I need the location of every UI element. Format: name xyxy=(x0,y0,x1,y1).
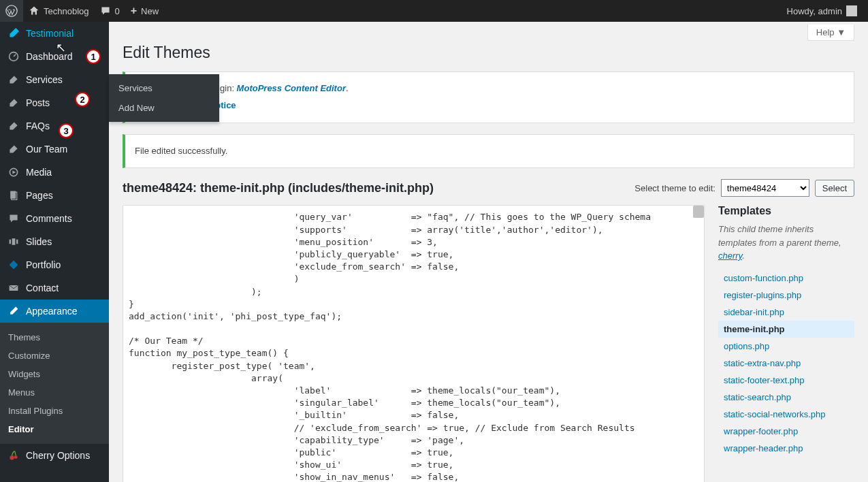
menu-our-team[interactable]: Our Team xyxy=(0,138,109,161)
media-icon xyxy=(7,167,20,178)
flyout-services[interactable]: Services xyxy=(109,78,219,98)
template-file[interactable]: static-social-networks.php xyxy=(718,406,854,423)
services-flyout: Services Add New xyxy=(109,74,219,122)
notice-success: File edited successfully. xyxy=(123,134,854,169)
mail-icon xyxy=(7,283,20,293)
sub-install-plugins[interactable]: Install Plugins xyxy=(0,402,109,420)
diamond-icon xyxy=(7,259,20,270)
annotation-1: 1 xyxy=(86,49,101,64)
menu-label: Comments xyxy=(26,213,102,224)
menu-label: Portfolio xyxy=(26,259,102,270)
theme-select[interactable]: theme48424 xyxy=(721,179,809,197)
pin-icon xyxy=(7,28,20,39)
page-title: Edit Themes xyxy=(123,44,854,62)
menu-label: Pages xyxy=(26,190,102,201)
annotation-2: 2 xyxy=(75,92,90,107)
page-icon xyxy=(7,190,20,201)
annotation-3: 3 xyxy=(59,123,74,138)
menu-label: Appearance xyxy=(26,306,102,317)
template-file[interactable]: static-search.php xyxy=(718,389,854,406)
sub-customize[interactable]: Customize xyxy=(0,347,109,365)
svg-rect-7 xyxy=(16,240,18,244)
menu-label: Slides xyxy=(26,236,102,247)
template-file[interactable]: sidebar-init.php xyxy=(718,304,854,321)
menu-services[interactable]: Services xyxy=(0,68,109,91)
template-file[interactable]: wrapper-header.php xyxy=(718,440,854,457)
menu-label: Contact xyxy=(26,283,102,293)
new-content[interactable]: +New xyxy=(125,0,164,22)
template-file[interactable]: static-extra-nav.php xyxy=(718,355,854,372)
new-label: New xyxy=(141,6,159,16)
menu-contact[interactable]: Contact xyxy=(0,276,109,300)
templates-heading: Templates xyxy=(718,205,854,217)
template-file[interactable]: theme-init.php xyxy=(718,321,854,338)
dashboard-icon xyxy=(7,51,20,62)
menu-label: Cherry Options xyxy=(26,450,102,461)
menu-slides[interactable]: Slides xyxy=(0,230,109,253)
code-editor[interactable] xyxy=(123,205,705,482)
select-button[interactable]: Select xyxy=(815,180,854,197)
template-file[interactable]: static-footer-text.php xyxy=(718,372,854,389)
slides-icon xyxy=(7,236,20,247)
avatar-icon xyxy=(846,5,857,16)
notice-plugin-name: MotoPress Content Editor xyxy=(237,83,346,93)
pin-icon xyxy=(7,74,20,85)
menu-testimonial[interactable]: Testimonial xyxy=(0,22,109,45)
menu-portfolio[interactable]: Portfolio xyxy=(0,253,109,276)
help-tab[interactable]: Help ▼ xyxy=(807,25,854,41)
parent-theme-link[interactable]: cherry xyxy=(718,251,742,261)
cherry-icon xyxy=(7,450,20,461)
template-file[interactable]: register-plugins.php xyxy=(718,287,854,304)
menu-label: Media xyxy=(26,167,102,178)
brush-icon xyxy=(7,306,20,317)
theme-select-label: Select theme to edit: xyxy=(634,183,716,193)
menu-label: Our Team xyxy=(26,144,102,155)
menu-label: Posts xyxy=(26,97,102,108)
pin-icon xyxy=(7,120,20,131)
menu-faqs[interactable]: FAQs xyxy=(0,114,109,138)
site-name[interactable]: Technoblog xyxy=(23,0,95,22)
menu-posts[interactable]: Posts xyxy=(0,91,109,114)
menu-cherry-options[interactable]: Cherry Options xyxy=(0,444,109,467)
menu-comments[interactable]: Comments xyxy=(0,207,109,230)
howdy-text: Howdy, admin xyxy=(787,6,842,16)
my-account[interactable]: Howdy, admin xyxy=(782,0,863,22)
menu-label: Testimonial xyxy=(26,28,102,39)
pin-icon xyxy=(7,144,20,155)
pin-icon xyxy=(7,97,20,108)
flyout-add-new[interactable]: Add New xyxy=(109,98,219,118)
menu-label: Services xyxy=(26,74,102,85)
sub-editor[interactable]: Editor xyxy=(0,420,109,438)
editing-heading: theme48424: theme-init.php (includes/the… xyxy=(123,181,434,195)
svg-point-10 xyxy=(14,455,18,459)
comment-icon xyxy=(7,213,20,224)
svg-rect-5 xyxy=(10,240,11,244)
svg-point-9 xyxy=(10,455,14,460)
menu-media[interactable]: Media xyxy=(0,161,109,184)
menu-appearance[interactable]: Appearance xyxy=(0,300,109,323)
comments[interactable]: 0 xyxy=(95,0,125,22)
site-name-label: Technoblog xyxy=(44,6,89,16)
comments-count: 0 xyxy=(115,6,120,16)
templates-list: custom-function.phpregister-plugins.phps… xyxy=(718,270,854,457)
templates-desc-text: This child theme inherits templates from… xyxy=(718,224,841,248)
wp-logo[interactable] xyxy=(0,0,23,22)
notice-success-text: File edited successfully. xyxy=(135,144,844,159)
scrollbar-thumb[interactable] xyxy=(693,206,704,218)
template-file[interactable]: options.php xyxy=(718,338,854,355)
menu-pages[interactable]: Pages xyxy=(0,184,109,207)
sub-widgets[interactable]: Widgets xyxy=(0,365,109,383)
appearance-submenu: Themes Customize Widgets Menus Install P… xyxy=(0,323,109,444)
template-file[interactable]: custom-function.php xyxy=(718,270,854,287)
template-file[interactable]: wrapper-footer.php xyxy=(718,423,854,440)
sub-themes[interactable]: Themes xyxy=(0,328,109,347)
sub-menus[interactable]: Menus xyxy=(0,383,109,402)
templates-desc: This child theme inherits templates from… xyxy=(718,223,854,263)
svg-rect-6 xyxy=(12,238,16,245)
notice-plugin: ends the following plugin: MotoPress Con… xyxy=(123,71,854,123)
